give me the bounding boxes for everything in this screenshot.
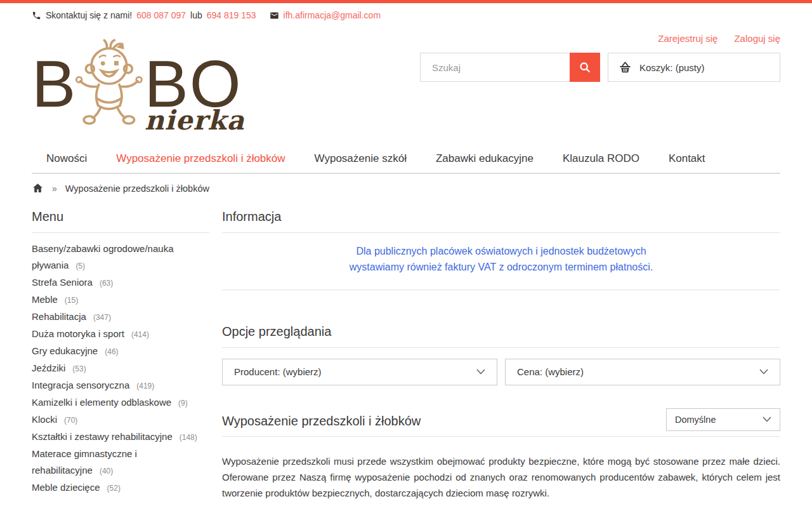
sidebar-title: Menu [32,210,209,233]
item-count: (63) [100,279,113,288]
info-section: Informacja Dla publicznych placówek oświ… [222,210,780,290]
item-count: (419) [136,382,154,390]
item-count: (52) [107,484,121,493]
listing-section: Wyposażenie przedszkoli i żłobków Domyśl… [222,408,780,506]
breadcrumb: » Wyposażenie przedszkoli i żłobków [0,174,812,199]
price-select[interactable]: Cena: (wybierz) [505,359,780,385]
sidebar-item-materace[interactable]: Materace gimnastyczne i rehabilitacyjne(… [32,446,209,479]
sort-select[interactable]: Domyślne [666,408,780,431]
nav-item-klauzula-rodo[interactable]: Klauzula RODO [548,147,654,173]
sidebar-item-meble-dzieciece[interactable]: Meble dziecięce(52) [32,479,209,496]
phone-link-1[interactable]: 608 087 097 [136,10,186,20]
sidebar-item-strefa-seniora[interactable]: Strefa Seniora(63) [32,274,209,291]
item-count: (53) [72,364,86,373]
sidebar-item-klocki[interactable]: Klocki(70) [32,411,209,429]
sidebar-item-integracja-sensoryczna[interactable]: Integracja sensoryczna(419) [32,377,209,394]
basket-icon [618,60,632,75]
item-count: (15) [65,296,78,305]
register-link[interactable]: Zarejestruj się [658,33,717,44]
item-count: (148) [180,433,197,442]
info-text: Dla publicznych placówek oświatowych i j… [222,233,780,290]
logo-letter-b: B [32,51,77,117]
login-link[interactable]: Zaloguj się [734,33,780,44]
nav-item-wyposazenie-szkol[interactable]: Wyposażenie szkół [300,147,421,173]
item-count: (70) [64,416,77,425]
cart-label: Koszyk: (pusty) [639,62,705,73]
item-count: (5) [75,262,85,270]
item-count: (46) [105,347,118,356]
content: Informacja Dla publicznych placówek oświ… [222,210,780,506]
sidebar-item-jezdziki[interactable]: Jeździki(53) [32,360,209,377]
info-title: Informacja [222,210,780,233]
sidebar-item-ksztaltki[interactable]: Kształtki i zestawy rehabilitacyjne(148) [32,429,209,446]
contact-topbar: Skontaktuj się z nami! 608 087 097 lub 6… [0,3,812,24]
account-links: Zarejestruj się Zaloguj się [658,33,780,44]
item-count: (9) [178,399,188,408]
sidebar-item-baseny[interactable]: Baseny/zabawki ogrodowe/nauka pływania(5… [32,241,209,274]
main-nav: Nowości Wyposażenie przedszkoli i żłobkó… [0,147,812,174]
chevron-down-icon [759,369,768,375]
item-count: (414) [131,330,149,339]
sidebar-item-meble[interactable]: Meble(15) [32,291,209,309]
search-button[interactable] [570,53,600,82]
search-input[interactable] [421,53,570,81]
sort-select-value: Domyślne [675,415,716,425]
baby-logo-icon [73,36,148,132]
filters-section: Opcje przeglądania Producent: (wybierz) … [222,324,780,385]
header: B [0,28,812,132]
sidebar-item-duza-motoryka[interactable]: Duża motoryka i sport(414) [32,326,209,343]
email-link[interactable]: ifh.afirmacja@gmail.com [284,10,381,20]
filters-title: Opcje przeglądania [222,324,780,348]
breadcrumb-separator: » [52,183,57,194]
phone-icon [32,11,41,20]
item-count: (40) [100,467,113,476]
nav-item-zabawki-edukacyjne[interactable]: Zabawki edukacyjne [421,147,548,173]
producer-select-value: Producent: (wybierz) [234,366,322,377]
site-logo[interactable]: B [32,36,242,132]
search-icon [578,60,592,74]
producer-select[interactable]: Producent: (wybierz) [222,359,497,385]
nav-item-kontakt[interactable]: Kontakt [654,147,720,173]
listing-description: Wyposażenie przedszkoli musi przede wszy… [222,453,780,502]
nav-item-nowosci[interactable]: Nowości [32,147,102,173]
cart-button[interactable]: Koszyk: (pusty) [608,53,780,82]
envelope-icon [270,11,279,20]
nav-item-wyposazenie-przedszkoli[interactable]: Wyposażenie przedszkoli i żłobków [102,147,299,173]
phone-separator: lub [190,10,202,20]
sidebar-item-rehabilitacja[interactable]: Rehabilitacja(347) [32,309,209,326]
main: Menu Baseny/zabawki ogrodowe/nauka pływa… [0,210,812,506]
phone-link-2[interactable]: 694 819 153 [207,10,256,20]
chevron-down-icon [476,369,485,375]
logo-nierka-text: nierka [145,105,245,136]
chevron-down-icon [763,416,771,422]
contact-label: Skontaktuj się z nami! [46,10,132,20]
item-count: (347) [93,313,111,322]
price-select-value: Cena: (wybierz) [517,366,584,377]
breadcrumb-current: Wyposażenie przedszkoli i żłobków [65,183,209,194]
home-icon[interactable] [32,182,44,194]
listing-title: Wyposażenie przedszkoli i żłobków [222,414,421,432]
sidebar-item-kamizelki[interactable]: Kamizelki i elementy odblaskowe(9) [32,394,209,411]
sidebar: Menu Baseny/zabawki ogrodowe/nauka pływa… [32,210,209,496]
category-menu: Baseny/zabawki ogrodowe/nauka pływania(5… [32,241,209,496]
sidebar-item-gry-edukacyjne[interactable]: Gry edukacyjne(46) [32,343,209,360]
search-box [420,53,600,82]
